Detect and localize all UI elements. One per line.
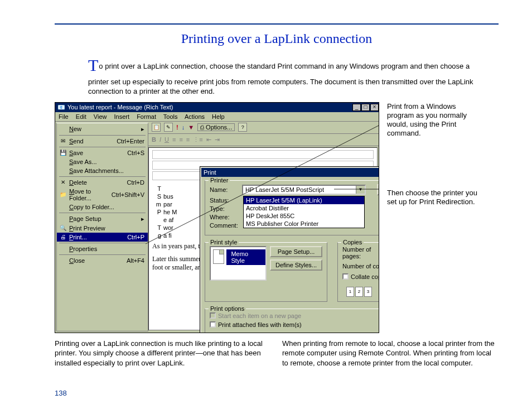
annotations: Print from a Windows program as you norm… (387, 102, 482, 257)
app-icon: 📧 (57, 104, 65, 111)
menu-view[interactable]: View (94, 113, 107, 120)
signature-icon[interactable]: ✎ (164, 123, 173, 132)
collate-preview-icon: 123 (342, 282, 376, 297)
screenshot-composite: 📧 You latest report - Message (Rich Text… (55, 102, 379, 333)
menu-actions[interactable]: Actions (185, 113, 205, 120)
to-field[interactable] (152, 150, 374, 159)
annotation-1: Print from a Windows program as you norm… (387, 102, 482, 138)
menu-item-send[interactable]: ✉SendCtrl+Enter (57, 137, 148, 146)
dropcap: T (88, 56, 98, 74)
page-setup-button[interactable]: Page Setup... (270, 246, 322, 257)
menu-item-close[interactable]: CloseAlt+F4 (57, 256, 148, 265)
start-each-item-checkbox: Start each item on a new page (210, 312, 379, 319)
menu-edit[interactable]: Edit (76, 113, 86, 120)
outdent-icon[interactable]: ⇤ (206, 136, 211, 143)
col-2: When printing from remote to local, choo… (282, 339, 499, 368)
bullets-icon[interactable]: ⋮≡ (193, 136, 202, 143)
close-button[interactable]: × (370, 104, 379, 111)
printer-option-mspublisher[interactable]: MS Publisher Color Printer (244, 220, 364, 228)
outlook-titlebar: 📧 You latest report - Message (Rich Text… (55, 103, 379, 112)
page-number: 138 (55, 389, 67, 397)
menu-item-print-preview[interactable]: 🔍Print Preview (57, 224, 148, 233)
file-dropdown-menu: New▸✉SendCtrl+Enter💾SaveCtrl+SSave As...… (56, 123, 148, 331)
indent-icon[interactable]: ⇥ (215, 136, 220, 143)
window-caption: You latest report - Message (Rich Text) (67, 104, 352, 110)
formatting-toolbar: 📋 ✎ ! ↓ ▼ ⎙ Options... ? (148, 122, 379, 134)
printer-option-deskjet[interactable]: HP DeskJet 855C (244, 212, 364, 220)
menu-item-properties[interactable]: Properties (57, 244, 148, 253)
high-importance-icon[interactable]: ! (176, 124, 178, 131)
top-rule (55, 23, 499, 25)
underline-icon[interactable]: U (165, 136, 169, 143)
comment-label: Comment: (210, 222, 239, 229)
font-toolbar: B I U ≡ ≡ ≡ ⋮≡ ⇤ ⇥ (148, 134, 379, 146)
properties-button[interactable]: Properties (377, 184, 379, 195)
menu-insert[interactable]: Insert (114, 113, 130, 120)
menu-item-move-to-folder-[interactable]: 📁Move to Folder...Ctrl+Shift+V (57, 187, 148, 203)
menu-item-copy-to-folder-[interactable]: Copy to Folder... (57, 203, 148, 211)
flag-icon[interactable]: ▼ (188, 124, 194, 131)
intro-text: o print over a LapLink connection, choos… (88, 62, 473, 95)
minimize-button[interactable]: _ (352, 104, 361, 111)
window-controls: _□× (352, 103, 379, 111)
menu-format[interactable]: Format (137, 113, 156, 120)
menu-item-save-attachments-[interactable]: Save Attachments... (57, 166, 148, 175)
define-styles-button[interactable]: Define Styles... (270, 259, 322, 271)
bottom-columns: Printing over a LapLink connection is mu… (55, 339, 499, 368)
menu-item-save[interactable]: 💾SaveCtrl+S (57, 148, 148, 157)
low-importance-icon[interactable]: ↓ (182, 124, 185, 131)
collate-checkbox[interactable]: Collate copies (342, 273, 379, 280)
menu-item-delete[interactable]: ✕DeleteCtrl+D (57, 178, 148, 187)
printer-group: Printer Name: HP LaserJet 5/5M PostScrip… (205, 180, 379, 235)
align-right-icon[interactable]: ≡ (186, 136, 190, 143)
print-dialog-titlebar: Print ? × (201, 168, 379, 177)
print-style-group: Print style Memo Style Page Setup... Def… (205, 242, 327, 302)
printer-option-laplink[interactable]: HP LaserJet 5/5M (LapLink) (244, 196, 364, 204)
annotation-2: Then choose the printer you set up for P… (387, 189, 482, 207)
menu-item-print-[interactable]: 🖨Print...Ctrl+P (57, 233, 148, 242)
dialog-button-row: OK Cancel Preview (201, 333, 379, 333)
status-label: Status: (210, 197, 239, 204)
menubar: File Edit View Insert Format Tools Actio… (55, 112, 379, 122)
type-label: Type: (210, 205, 239, 212)
menu-item-page-setup[interactable]: Page Setup▸ (57, 214, 148, 224)
col-1: Printing over a LapLink connection is mu… (55, 339, 271, 368)
memo-style-icon (213, 249, 224, 264)
page-title: Printing over a LapLink connection (55, 31, 499, 46)
print-to-file-checkbox[interactable]: Print to file (379, 214, 379, 220)
menu-tools[interactable]: Tools (163, 113, 178, 120)
menu-item-save-as-[interactable]: Save As... (57, 157, 148, 166)
align-left-icon[interactable]: ≡ (172, 136, 176, 143)
where-label: Where: (210, 214, 239, 220)
print-options-group: Print options Start each item on a new p… (205, 309, 379, 333)
printer-dropdown-list: HP LaserJet 5/5M (LapLink) Acrobat Disti… (243, 196, 365, 228)
name-label: Name: (210, 186, 239, 193)
paste-icon[interactable]: 📋 (152, 123, 161, 132)
print-attached-checkbox[interactable]: Print attached files with item(s) (210, 321, 379, 328)
maximize-button[interactable]: □ (361, 104, 370, 111)
menu-help[interactable]: Help (212, 113, 225, 120)
align-center-icon[interactable]: ≡ (179, 136, 182, 143)
intro-paragraph: To print over a LapLink connection, choo… (88, 54, 476, 97)
copies-group: Copies Number of pages: All▼ Number of c… (337, 242, 379, 302)
menu-item-new[interactable]: New▸ (57, 124, 148, 134)
memo-style-item[interactable]: Memo Style (226, 249, 265, 265)
printer-name-combo[interactable]: HP LaserJet 5/5M PostScript ▼ HP LaserJe… (242, 185, 366, 195)
help-icon[interactable]: ? (238, 123, 247, 132)
menu-file[interactable]: File (59, 113, 69, 120)
print-dialog: Print ? × Printer Name: HP LaserJet 5/5M… (200, 167, 379, 333)
style-list[interactable]: Memo Style (210, 246, 267, 281)
italic-icon[interactable]: I (159, 136, 161, 143)
printer-option-acrobat[interactable]: Acrobat Distiller (244, 204, 364, 212)
bold-icon[interactable]: B (152, 136, 156, 143)
options-button[interactable]: ⎙ Options... (197, 123, 235, 131)
chevron-down-icon[interactable]: ▼ (356, 186, 365, 194)
